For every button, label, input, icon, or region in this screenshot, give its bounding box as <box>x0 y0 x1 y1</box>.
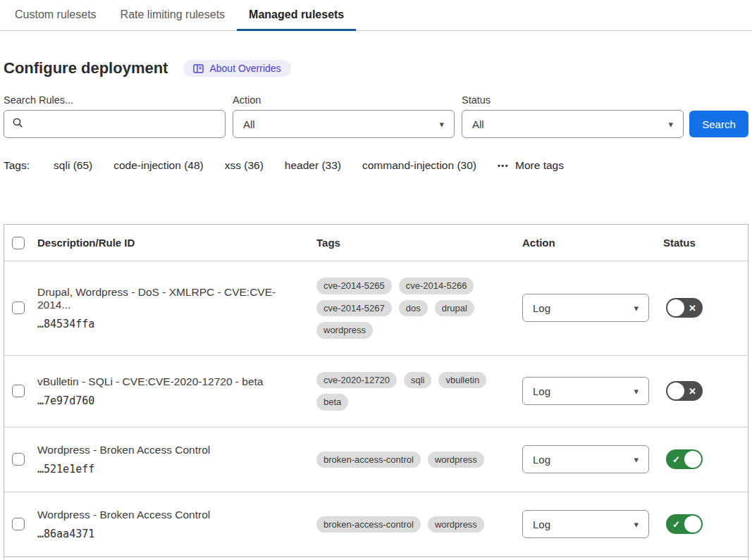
rule-status-toggle[interactable]: ✕ <box>666 298 703 318</box>
rule-action-select[interactable]: Log ▾ <box>522 294 649 322</box>
rule-action-value: Log <box>533 518 550 530</box>
search-button[interactable]: Search <box>689 111 748 137</box>
tag-pill: beta <box>316 394 348 411</box>
tag-filter-link[interactable]: header (33) <box>285 159 341 172</box>
toggle-state-icon: ✓ <box>672 455 680 464</box>
heading-row: Configure deployment About Overrides <box>0 59 752 77</box>
table-body: Drupal, Wordpress - DoS - XMLRPC - CVE:C… <box>4 261 748 556</box>
tab-bar: Custom rulesets Rate limiting rulesets M… <box>0 0 752 31</box>
chevron-down-icon: ▾ <box>439 120 444 129</box>
tag-pill: wordpress <box>316 322 373 339</box>
tag-pill: cve-2014-5267 <box>316 300 392 317</box>
rule-status-toggle[interactable]: ✓ <box>666 514 703 534</box>
search-input-box[interactable] <box>4 110 226 138</box>
rule-id: …84534ffa <box>37 318 316 330</box>
rule-action-select[interactable]: Log ▾ <box>522 510 649 538</box>
row-checkbox[interactable] <box>12 518 25 530</box>
rule-action-select[interactable]: Log ▾ <box>522 377 649 405</box>
page-title: Configure deployment <box>4 59 168 77</box>
row-checkbox[interactable] <box>12 453 25 466</box>
rule-action-select[interactable]: Log ▾ <box>522 445 649 473</box>
toggle-knob <box>667 382 684 399</box>
column-header-action: Action <box>522 237 663 249</box>
rule-status-toggle[interactable]: ✓ <box>666 449 703 469</box>
rule-action-value: Log <box>533 385 550 397</box>
rule-tags: broken-access-controlwordpress <box>316 516 522 533</box>
rule-tags: cve-2014-5265cve-2014-5266cve-2014-5267d… <box>316 278 522 339</box>
tag-filter-link[interactable]: xss (36) <box>225 159 264 172</box>
more-tags-label: More tags <box>515 159 564 172</box>
book-icon <box>193 64 204 73</box>
tag-pill: cve-2020-12720 <box>316 372 397 389</box>
chevron-down-icon: ▾ <box>668 120 673 129</box>
tag-pill: dos <box>399 300 428 317</box>
rule-description-link[interactable]: Wordpress - Broken Access Control <box>37 509 316 521</box>
tab-managed-rulesets[interactable]: Managed rulesets <box>237 0 356 30</box>
tag-filter-link[interactable]: sqli (65) <box>54 159 92 172</box>
tag-pill: wordpress <box>428 452 484 468</box>
action-filter-label: Action <box>233 94 455 106</box>
action-select[interactable]: All ▾ <box>233 110 455 138</box>
status-select-value: All <box>472 118 484 130</box>
rule-action-value: Log <box>533 302 550 314</box>
rule-status-toggle[interactable]: ✕ <box>666 381 703 401</box>
tag-pill: vbulletin <box>438 372 486 389</box>
rule-id: …86aa4371 <box>37 528 316 540</box>
table-row: Wordpress - Broken Access Control …86aa4… <box>4 492 748 556</box>
row-checkbox[interactable] <box>12 385 25 397</box>
search-input[interactable] <box>30 118 217 131</box>
rule-id: …521e1eff <box>37 463 316 475</box>
chevron-down-icon: ▾ <box>634 387 639 396</box>
table-row: vBulletin - SQLi - CVE:CVE-2020-12720 - … <box>4 355 748 427</box>
more-tags-button[interactable]: ••• More tags <box>498 159 564 172</box>
next-row-partial <box>4 557 748 560</box>
toggle-state-icon: ✕ <box>689 304 696 313</box>
filters-row: Search Rules... Action All ▾ Status All … <box>0 94 752 138</box>
status-select[interactable]: All ▾ <box>462 110 684 138</box>
rule-tags: broken-access-controlwordpress <box>316 452 522 468</box>
tag-filter-link[interactable]: command-injection (30) <box>362 159 476 172</box>
tag-pill: cve-2014-5266 <box>399 278 474 294</box>
status-filter-label: Status <box>462 94 684 106</box>
tag-pill: broken-access-control <box>316 516 421 533</box>
rule-description-link[interactable]: vBulletin - SQLi - CVE:CVE-2020-12720 - … <box>37 375 316 388</box>
chevron-down-icon: ▾ <box>634 520 639 529</box>
tag-pill: drupal <box>435 300 474 317</box>
tab-rate-limiting-rulesets[interactable]: Rate limiting rulesets <box>109 0 238 30</box>
column-header-status: Status <box>663 237 748 249</box>
toggle-knob <box>684 516 701 533</box>
rule-id: …7e97d760 <box>37 394 316 407</box>
more-dots-icon: ••• <box>498 161 509 170</box>
search-icon <box>12 117 23 131</box>
chevron-down-icon: ▾ <box>634 455 639 464</box>
row-checkbox[interactable] <box>12 301 25 314</box>
tab-custom-rulesets[interactable]: Custom rulesets <box>3 0 109 30</box>
about-overrides-label: About Overrides <box>209 63 281 74</box>
table-header-row: Description/Rule ID Tags Action Status <box>4 225 748 261</box>
toggle-knob <box>684 451 701 468</box>
rule-description-link[interactable]: Drupal, Wordpress - DoS - XMLRPC - CVE:C… <box>37 286 316 311</box>
tags-bar-label: Tags: <box>4 159 30 172</box>
about-overrides-link[interactable]: About Overrides <box>183 60 290 77</box>
tags-bar: Tags: sqli (65)code-injection (48)xss (3… <box>0 159 752 172</box>
tag-pill: wordpress <box>428 516 484 533</box>
column-header-description: Description/Rule ID <box>37 237 316 249</box>
rule-tags: cve-2020-12720sqlivbulletinbeta <box>316 372 522 411</box>
toggle-state-icon: ✓ <box>672 520 680 529</box>
rules-table: Description/Rule ID Tags Action Status D… <box>4 224 748 557</box>
column-header-tags: Tags <box>316 237 522 249</box>
tag-filter-link[interactable]: code-injection (48) <box>113 159 204 172</box>
toggle-state-icon: ✕ <box>689 387 696 396</box>
tag-pill: cve-2014-5265 <box>316 278 392 294</box>
tag-pill: sqli <box>404 372 432 389</box>
select-all-checkbox[interactable] <box>12 237 25 249</box>
tag-pill: broken-access-control <box>316 452 421 468</box>
rule-description-link[interactable]: Wordpress - Broken Access Control <box>37 444 316 456</box>
table-row: Drupal, Wordpress - DoS - XMLRPC - CVE:C… <box>4 261 748 355</box>
table-row: Wordpress - Broken Access Control …521e1… <box>4 427 748 492</box>
tags-bar-list: sqli (65)code-injection (48)xss (36)head… <box>54 159 476 172</box>
chevron-down-icon: ▾ <box>634 304 639 313</box>
search-rules-label: Search Rules... <box>4 94 226 106</box>
action-select-value: All <box>243 118 255 130</box>
rule-action-value: Log <box>533 454 550 466</box>
